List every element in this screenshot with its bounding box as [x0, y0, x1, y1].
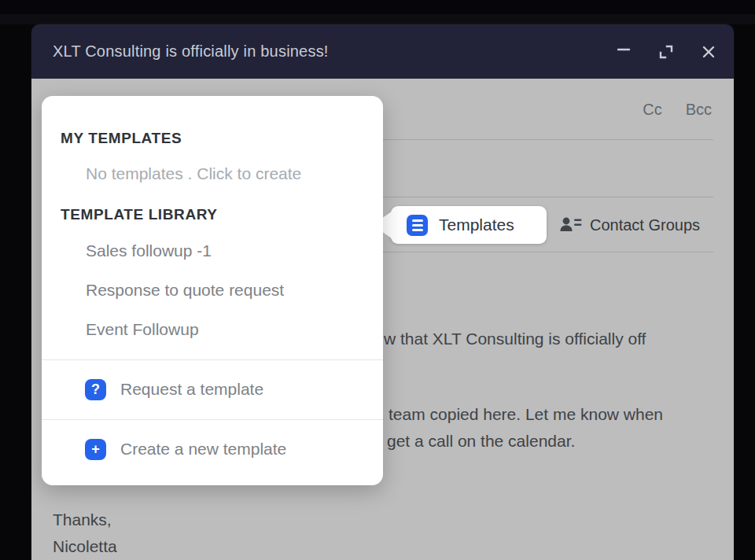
minimize-icon[interactable]: [614, 42, 633, 61]
email-body-line: get a call on the calendar.: [387, 432, 575, 451]
template-item-event-followup[interactable]: Event Followup: [86, 320, 199, 339]
cc-toggle[interactable]: Cc: [643, 101, 661, 119]
email-body-line: w that XLT Consulting is officially off: [384, 330, 646, 348]
signature-closing: Thanks,: [53, 507, 117, 533]
window-controls: [614, 42, 718, 61]
my-templates-header: MY TEMPLATES: [61, 130, 182, 147]
compose-subject-title: XLT Consulting is officially in business…: [53, 42, 614, 61]
email-signature: Thanks, Nicoletta: [53, 507, 117, 560]
close-icon[interactable]: [699, 42, 718, 61]
question-mark-icon: ?: [85, 379, 106, 400]
contact-groups-label: Contact Groups: [590, 216, 700, 234]
contact-groups-button[interactable]: Contact Groups: [559, 206, 700, 244]
bcc-toggle[interactable]: Bcc: [686, 101, 712, 119]
popover-divider: [42, 359, 383, 360]
request-template-label: Request a template: [120, 380, 263, 399]
expand-icon[interactable]: [657, 42, 676, 61]
templates-button-label: Templates: [439, 216, 514, 234]
create-template-label: Create a new template: [120, 440, 286, 459]
cc-bcc-toggles: Cc Bcc: [643, 101, 712, 119]
email-compose-window: XLT Consulting is officially in business…: [31, 24, 734, 560]
contact-groups-icon: [559, 215, 583, 235]
signature-name: Nicoletta: [53, 533, 117, 560]
template-document-icon: [407, 215, 428, 236]
popover-divider: [42, 419, 383, 420]
templates-button[interactable]: Templates: [391, 206, 547, 244]
email-body-line: team copied here. Let me know when: [389, 405, 663, 424]
background-page: [0, 14, 755, 24]
compose-body-area: Cc Bcc Templates Contact Groups: [31, 79, 734, 560]
templates-popover: MY TEMPLATES No templates . Click to cre…: [42, 96, 383, 485]
plus-icon: +: [85, 439, 106, 460]
request-template-action[interactable]: ? Request a template: [42, 372, 383, 407]
template-library-header: TEMPLATE LIBRARY: [61, 206, 218, 223]
create-template-action[interactable]: + Create a new template: [42, 432, 383, 466]
template-item-sales-followup[interactable]: Sales followup -1: [86, 241, 212, 260]
template-item-quote-response[interactable]: Response to quote request: [86, 281, 284, 300]
no-templates-empty-state[interactable]: No templates . Click to create: [86, 164, 301, 183]
compose-titlebar: XLT Consulting is officially in business…: [31, 24, 734, 79]
screen: XLT Consulting is officially in business…: [0, 0, 755, 560]
